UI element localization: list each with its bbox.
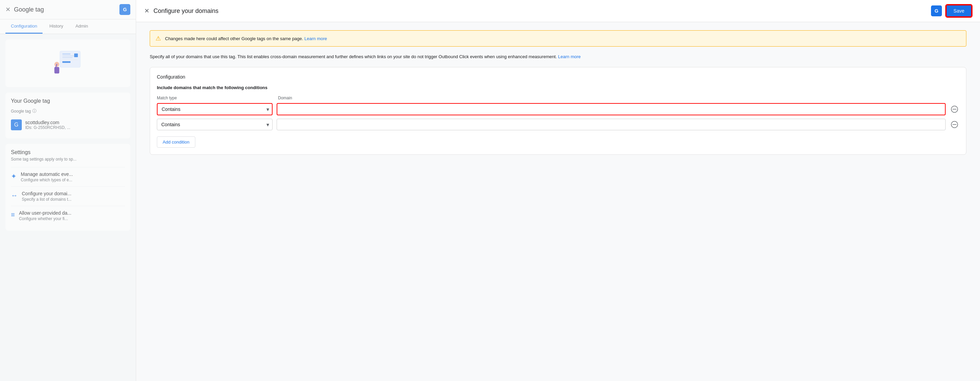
match-type-select-1[interactable]: Contains Equals Begins with Ends with Ma…: [157, 103, 272, 115]
settings-subtitle: Some tag settings apply only to sp...: [11, 157, 125, 162]
left-panel: ✕ Google tag G Configuration History Adm…: [0, 0, 136, 381]
configure-domains-icon: ↔: [11, 192, 18, 199]
svg-rect-5: [62, 57, 73, 58]
remove-condition-2-button[interactable]: [950, 120, 959, 129]
tag-id: IDs: G-2550RCRHSD, ...: [25, 125, 70, 130]
user-data-title: Allow user-provided da...: [19, 210, 72, 216]
remove-icon-2: [951, 121, 958, 128]
remove-condition-1-button[interactable]: [950, 105, 959, 114]
domain-header: Domain: [278, 95, 959, 100]
user-data-icon: ≡: [11, 211, 15, 219]
left-nav: Configuration History Admin: [0, 19, 136, 34]
help-icon: ⓘ: [32, 108, 37, 114]
right-panel: ✕ Configure your domains G Save ⚠ Change…: [136, 0, 980, 381]
your-tag-title: Your Google tag: [11, 98, 125, 104]
hero-illustration: [48, 46, 89, 80]
match-type-header: Match type: [157, 95, 272, 100]
nav-item-history[interactable]: History: [44, 19, 68, 34]
svg-rect-4: [62, 56, 75, 56]
description-text: Specify all of your domains that use thi…: [150, 53, 966, 60]
user-data-desc: Configure whether your fi...: [19, 216, 72, 221]
warning-text: Changes made here could affect other Goo…: [165, 36, 327, 41]
warning-icon: ⚠: [156, 35, 161, 42]
tag-name: scottdudley.com: [25, 120, 70, 125]
svg-rect-10: [54, 67, 59, 73]
warning-learn-more-link[interactable]: Learn more: [305, 36, 327, 41]
dialog-close-icon[interactable]: ✕: [144, 8, 150, 14]
match-type-select-2[interactable]: Contains Equals Begins with Ends with Ma…: [157, 119, 272, 130]
your-tag-card: Your Google tag Google tag ⓘ G scottdudl…: [5, 92, 130, 138]
settings-card: Settings Some tag settings apply only to…: [5, 144, 130, 231]
settings-item-user-data[interactable]: ≡ Allow user-provided da... Configure wh…: [11, 206, 125, 225]
match-type-select-wrapper-2: Contains Equals Begins with Ends with Ma…: [157, 119, 272, 130]
nav-item-admin[interactable]: Admin: [70, 19, 94, 34]
match-type-select-wrapper-1: Contains Equals Begins with Ends with Ma…: [157, 103, 272, 115]
configure-domains-title: Configure your domai...: [22, 191, 72, 196]
svg-rect-6: [74, 53, 78, 57]
config-card-title: Configuration: [157, 74, 959, 79]
left-close-icon[interactable]: ✕: [5, 6, 11, 13]
dialog-header: ✕ Configure your domains G Save: [136, 0, 980, 22]
tag-info: scottdudley.com IDs: G-2550RCRHSD, ...: [25, 120, 70, 130]
conditions-label: Include domains that match the following…: [157, 85, 959, 90]
svg-text:G: G: [934, 8, 938, 14]
left-panel-title: Google tag: [14, 6, 116, 13]
manage-events-title: Manage automatic eve...: [21, 171, 73, 177]
settings-item-manage-content: Manage automatic eve... Configure which …: [21, 171, 73, 183]
svg-rect-2: [60, 51, 80, 67]
svg-rect-8: [62, 61, 70, 63]
left-header: ✕ Google tag G: [0, 0, 136, 19]
settings-item-manage-events[interactable]: ✦ Manage automatic eve... Configure whic…: [11, 167, 125, 186]
svg-rect-3: [62, 53, 70, 54]
svg-line-11: [55, 64, 57, 70]
manage-events-desc: Configure which types of e...: [21, 178, 73, 183]
svg-text:G: G: [123, 7, 127, 12]
condition-headers: Match type Domain: [157, 95, 959, 100]
hero-card: [5, 40, 130, 87]
configure-domains-desc: Specify a list of domains t...: [22, 197, 72, 202]
remove-icon-1: [951, 105, 958, 113]
condition-row-2: Contains Equals Begins with Ends with Ma…: [157, 119, 959, 130]
gtag-logo-dialog: G: [931, 5, 942, 16]
save-button[interactable]: Save: [946, 5, 972, 17]
description-learn-more-link[interactable]: Learn more: [558, 54, 581, 59]
svg-point-9: [54, 62, 59, 67]
dialog-title: Configure your domains: [153, 8, 927, 14]
settings-item-configure-domains[interactable]: ↔ Configure your domai... Specify a list…: [11, 186, 125, 206]
condition-row-1: Contains Equals Begins with Ends with Ma…: [157, 103, 959, 115]
config-card: Configuration Include domains that match…: [150, 67, 966, 155]
gtag-logo-left: G: [119, 4, 130, 15]
left-content: Your Google tag Google tag ⓘ G scottdudl…: [0, 34, 136, 381]
domain-input-1[interactable]: [277, 103, 946, 115]
svg-rect-0: [119, 4, 130, 15]
settings-title: Settings: [11, 149, 125, 156]
settings-item-user-data-content: Allow user-provided da... Configure whet…: [19, 210, 72, 221]
tag-label: Google tag ⓘ: [11, 108, 125, 114]
tag-item: G scottdudley.com IDs: G-2550RCRHSD, ...: [11, 117, 125, 133]
dialog-body: ⚠ Changes made here could affect other G…: [136, 22, 980, 381]
manage-events-icon: ✦: [11, 172, 17, 180]
domain-input-2[interactable]: [277, 119, 946, 130]
add-condition-button[interactable]: Add condition: [157, 137, 195, 148]
nav-item-configuration[interactable]: Configuration: [5, 19, 43, 34]
warning-banner: ⚠ Changes made here could affect other G…: [150, 30, 966, 47]
settings-item-domains-content: Configure your domai... Specify a list o…: [22, 191, 72, 202]
tag-item-icon: G: [11, 119, 22, 130]
